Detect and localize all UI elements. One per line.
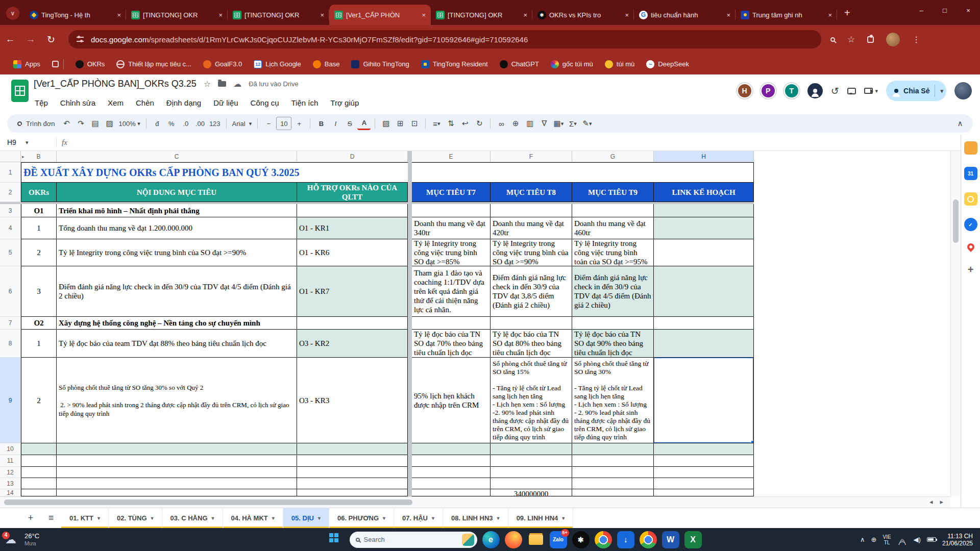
column-header-c[interactable]: C [57,151,297,162]
cell-F3[interactable] [491,204,572,217]
cell-D11[interactable] [297,455,408,467]
start-button[interactable] [327,531,345,548]
tab-close-icon[interactable]: × [117,11,121,19]
addon-icon[interactable] [964,141,977,155]
bookmark-okrs[interactable]: OKRs [76,60,105,68]
cell-C6[interactable]: Điểm đánh giá năng lực check in đến 30/9… [57,266,297,317]
cell-F7[interactable] [491,317,572,330]
cell-C2[interactable]: NỘI DUNG MỤC TIÊU [57,183,297,202]
add-panel-icon[interactable]: + [964,263,977,276]
chatgpt-icon[interactable]: ✱ [572,531,590,548]
excel-icon[interactable]: X [684,531,702,548]
formula-input[interactable] [67,134,980,151]
undo-button[interactable]: ↶ [60,117,73,130]
share-dropdown-icon[interactable]: ▾ [940,88,943,94]
row-header-5[interactable]: 5 [0,239,21,266]
cell-B12[interactable] [21,467,57,478]
address-bar[interactable]: docs.google.com /spreadsheets/d/1RmYLrCw… [68,30,821,48]
bookmark-goctuimu[interactable]: gốc túi mù [551,60,593,68]
bookmark-chatgpt[interactable]: ChatGPT [500,60,539,68]
tab-close-icon[interactable]: × [320,11,324,19]
reload-button[interactable]: ↻ [41,34,61,45]
cell-F12[interactable] [491,467,572,478]
strikethrough-button[interactable]: S [343,117,356,130]
sheet-tab-phuong[interactable]: 06. PHƯƠNG▾ [329,508,394,528]
cell-G11[interactable] [572,455,654,467]
bookmark-gihito[interactable]: Gihito TingTong [351,60,409,68]
tab-trungtam[interactable]: Trung tâm ghi nh × [736,5,837,25]
collaborator-avatar-p[interactable]: P [761,83,776,98]
comments-icon[interactable] [847,88,856,94]
row-header-4[interactable]: 4 [0,217,21,239]
frozen-column-divider[interactable] [408,151,412,162]
apps-shortcut-icon[interactable] [52,61,59,67]
insert-comment-button[interactable]: ⊕ [509,117,522,130]
globe-icon[interactable]: ⊕ [871,536,877,543]
tab-okr-2[interactable]: [TINGTONG] OKR × [126,5,228,25]
menu-tools[interactable]: Công cụ [246,97,284,109]
version-history-icon[interactable]: ↺ [831,85,839,97]
cell-F11[interactable] [491,455,572,467]
cell-G6[interactable]: Điểm đánh giá năng lực check in đến 30/9… [572,266,654,317]
cell-H7[interactable] [654,317,754,330]
cell-E12[interactable] [412,467,491,478]
horizontal-scrollbar[interactable]: ◂ ▸ [0,496,950,508]
name-box[interactable]: H9 ▾ [0,138,51,146]
cell-D10[interactable] [297,443,408,455]
menu-insert[interactable]: Chèn [131,97,159,109]
cell-F14[interactable]: 340000000 [491,489,572,496]
cell-C9[interactable]: Số phòng chốt thuê tăng từ SO tăng 30% s… [57,358,297,443]
tab-tingtong[interactable]: TingTong - Hệ th × [24,5,126,25]
all-sheets-button[interactable]: ≡ [41,508,61,528]
fill-handle[interactable] [751,440,754,443]
vertical-align-button[interactable]: ⇅ [444,117,457,130]
cell-D3[interactable] [297,204,408,217]
cell-F2[interactable]: MỤC TIÊU T8 [491,183,572,202]
horizontal-scrollbar-thumb[interactable] [4,499,412,505]
chevron-down-icon[interactable]: ▾ [432,515,434,521]
cell-F5[interactable]: Tỷ lệ Integrity trong công việc trung bì… [491,239,572,266]
bookmark-deepseek[interactable]: ~DeepSeek [646,60,689,68]
cell-D9[interactable]: O3 - KR3 [297,358,408,443]
cell-D12[interactable] [297,467,408,478]
cell-B11[interactable] [21,455,57,467]
chevron-down-icon[interactable]: ▾ [151,515,154,521]
cell-G13[interactable] [572,478,654,489]
cell-F13[interactable] [491,478,572,489]
move-folder-icon[interactable] [218,81,226,87]
bookmark-base[interactable]: Base [313,60,340,68]
text-color-button[interactable]: A [357,117,371,130]
row-header-6[interactable]: 6 [0,266,21,317]
star-icon[interactable]: ☆ [204,79,211,89]
column-header-e[interactable]: E [412,151,491,162]
redo-button[interactable]: ↷ [74,117,87,130]
edge-icon[interactable]: e [482,531,500,548]
file-explorer-icon[interactable] [527,531,545,548]
collaborator-avatar-t[interactable]: T [784,83,799,98]
cell-H3[interactable] [654,204,754,217]
chrome-icon-2[interactable] [640,531,657,548]
sheets-logo-icon[interactable] [11,80,29,102]
cell-G12[interactable] [572,467,654,478]
cell-E13[interactable] [412,478,491,489]
sheet-tab-hau[interactable]: 07. HẬU▾ [394,508,443,528]
cell-B6[interactable]: 3 [21,266,57,317]
cell-F6[interactable]: Điểm đánh giá năng lực check in đến 30/9… [491,266,572,317]
cell-G4[interactable]: Doanh thu mang về đạt 460tr [572,217,654,239]
table-views-button[interactable]: ▦▾ [552,117,565,130]
select-all-corner[interactable] [0,151,21,162]
number-format-button[interactable]: 123 [208,117,222,130]
menu-edit[interactable]: Chỉnh sửa [55,97,101,109]
column-header-h[interactable]: H [654,151,754,162]
cell-B3[interactable]: O1 [21,204,57,217]
google-keep-icon[interactable] [964,192,977,206]
menu-view[interactable]: Xem [103,97,129,109]
extensions-icon[interactable] [867,36,874,43]
row-header-8[interactable]: 8 [0,330,21,358]
chevron-down-icon[interactable]: ▾ [318,515,321,521]
cell-B9[interactable]: 2 [21,358,57,443]
chevron-down-icon[interactable]: ▾ [212,515,214,521]
font-size-field[interactable]: 10 [276,117,291,130]
cell-D6[interactable]: O1 - KR7 [297,266,408,317]
cell-C12[interactable] [57,467,297,478]
